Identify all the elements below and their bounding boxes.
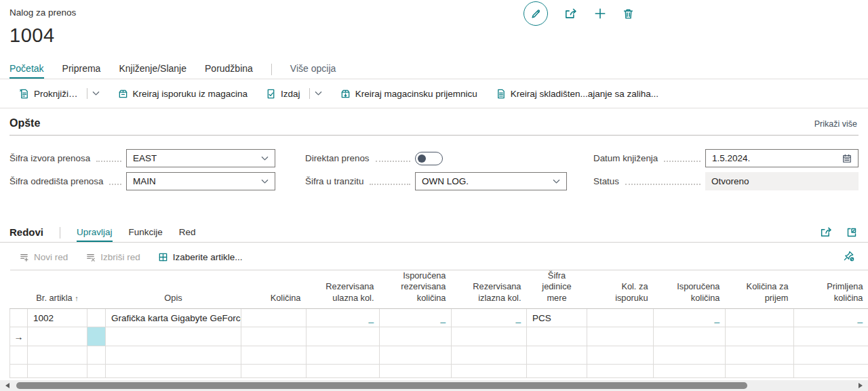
new-line-button[interactable]: Novi red — [19, 252, 68, 262]
qty-to-ship-cell[interactable] — [587, 365, 654, 378]
qty-to-ship-cell[interactable] — [587, 327, 654, 346]
delete-line-button[interactable]: Izbriši red — [85, 252, 140, 262]
reserved-inbnd-cell[interactable] — [307, 365, 380, 378]
lines-tab-funkcije[interactable]: Funkcije — [129, 227, 163, 242]
in-transit-combo[interactable]: OWN LOG. — [415, 172, 567, 190]
description-cell[interactable] — [106, 327, 241, 346]
show-more-link[interactable]: Prikaži više — [814, 119, 857, 129]
reserved-inbnd-cell[interactable] — [307, 346, 380, 365]
transfer-to-combo[interactable]: MAIN — [126, 172, 275, 190]
quantity-cell[interactable] — [241, 327, 307, 346]
qty-to-receive-cell[interactable] — [726, 346, 794, 365]
selected-cell[interactable] — [87, 327, 106, 346]
posting-date-input[interactable]: 1.5.2024. — [705, 149, 859, 167]
qty-shipped-cell[interactable] — [654, 365, 726, 378]
quantity-cell[interactable] — [241, 365, 307, 378]
chevron-down-icon[interactable] — [92, 91, 100, 96]
description-cell[interactable]: Grafička karta Gigabyte GeForce ... — [106, 309, 241, 327]
col-qty-to-receive[interactable]: Količina za prijem — [726, 270, 794, 309]
chevron-down-icon[interactable] — [315, 91, 322, 96]
tab-priprema[interactable]: Priprema — [62, 63, 101, 79]
reserved-outbnd-cell[interactable] — [452, 365, 527, 378]
item-no-cell[interactable] — [28, 346, 87, 365]
qty-to-receive-cell[interactable] — [726, 365, 794, 378]
indicator-cell[interactable] — [87, 309, 106, 327]
reserved-inbnd-cell[interactable] — [307, 327, 380, 346]
qty-shipped-cell[interactable] — [654, 346, 726, 365]
direct-transfer-toggle[interactable] — [415, 152, 443, 165]
row-selector-cell[interactable] — [10, 309, 28, 327]
col-qty-to-ship[interactable]: Kol. za isporuku — [587, 270, 654, 309]
calendar-icon[interactable] — [842, 154, 852, 163]
chevron-down-icon[interactable] — [261, 156, 269, 161]
reserved-outbnd-cell[interactable]: _ — [452, 309, 527, 327]
scroll-right-arrow[interactable] — [859, 383, 863, 388]
qty-to-ship-cell[interactable] — [587, 346, 654, 365]
col-reserved-qty-outbnd[interactable]: Rezervisana izlazna kol. — [452, 270, 527, 309]
new-button[interactable] — [594, 7, 606, 20]
delete-button[interactable] — [623, 8, 634, 20]
uom-cell[interactable] — [527, 365, 587, 378]
transfer-from-combo[interactable]: EAST — [126, 149, 275, 167]
unpin-button[interactable] — [843, 250, 854, 264]
col-description[interactable]: Opis — [106, 270, 241, 309]
quantity-cell[interactable] — [241, 309, 307, 327]
col-item-no[interactable]: Br. artikla ↑ — [28, 270, 87, 309]
indicator-cell[interactable] — [87, 346, 106, 365]
share-icon[interactable] — [820, 226, 833, 238]
lines-tab-upravljaj[interactable]: Upravljaj — [77, 227, 113, 242]
col-reserved-qty-inbnd[interactable]: Rezervisana ulazna kol. — [307, 270, 380, 309]
horizontal-scrollbar[interactable] — [0, 380, 868, 391]
row-selector-cell[interactable] — [10, 365, 28, 378]
item-no-cell[interactable] — [28, 327, 87, 346]
reserved-outbnd-cell[interactable] — [452, 346, 527, 365]
quantity-cell[interactable] — [241, 346, 307, 365]
qty-to-ship-cell[interactable] — [587, 309, 654, 327]
uom-cell[interactable] — [527, 327, 587, 346]
chevron-down-icon[interactable] — [553, 179, 560, 184]
reserved-outbnd-cell[interactable] — [452, 327, 527, 346]
post-button[interactable]: Proknjiži… — [19, 88, 100, 99]
tab-pocetak[interactable]: Početak — [9, 63, 44, 79]
chevron-down-icon[interactable] — [261, 179, 269, 184]
edit-button[interactable] — [524, 1, 548, 26]
scroll-left-arrow[interactable] — [5, 383, 9, 388]
select-items-button[interactable]: Izaberite artikle... — [158, 252, 243, 262]
row-selector-cell[interactable] — [10, 346, 28, 365]
qty-received-cell[interactable]: _ — [794, 309, 868, 327]
tab-porudzbina[interactable]: Porudžbina — [205, 63, 253, 79]
qty-to-receive-cell[interactable] — [726, 309, 794, 327]
create-warehouse-receipt-button[interactable]: Kreiraj magacinsku prijemnicu — [340, 89, 477, 99]
qty-received-cell[interactable] — [794, 365, 868, 378]
col-reserved-qty-shipped[interactable]: Isporučena rezervisana količina — [380, 270, 452, 309]
qty-to-receive-cell[interactable] — [726, 327, 794, 346]
col-unit-of-measure[interactable]: Šifra jedinice mere — [527, 270, 587, 309]
reserved-shipped-cell[interactable] — [380, 365, 452, 378]
share-button[interactable] — [564, 7, 578, 20]
uom-cell[interactable]: PCS — [527, 309, 587, 327]
tab-knjizenje-slanje[interactable]: Knjiženje/Slanje — [119, 63, 186, 79]
qty-received-cell[interactable] — [794, 346, 868, 365]
qty-received-cell[interactable] — [794, 327, 868, 346]
col-qty-shipped[interactable]: Isporučena količina — [654, 270, 726, 309]
reserved-shipped-cell[interactable]: _ — [380, 309, 452, 327]
lines-tab-red[interactable]: Red — [179, 227, 196, 242]
qty-shipped-cell[interactable] — [654, 327, 726, 346]
release-button[interactable]: Izdaj — [266, 88, 322, 99]
qty-shipped-cell[interactable]: _ — [654, 309, 726, 327]
create-warehouse-shipment-button[interactable]: Kreiraj isporuku iz magacina — [118, 89, 248, 99]
focus-mode-icon[interactable] — [846, 227, 857, 238]
description-cell[interactable] — [106, 346, 241, 365]
tab-more-options[interactable]: Više opcija — [290, 63, 336, 79]
uom-cell[interactable] — [527, 346, 587, 365]
description-cell[interactable] — [106, 365, 241, 378]
scrollbar-thumb[interactable] — [16, 382, 747, 389]
reserved-shipped-cell[interactable] — [380, 327, 452, 346]
create-inventory-putaway-button[interactable]: Kreiraj skladišten...ajanje sa zaliha... — [496, 89, 658, 99]
col-quantity[interactable]: Količina — [241, 270, 307, 309]
reserved-shipped-cell[interactable] — [380, 346, 452, 365]
item-no-cell[interactable] — [28, 365, 87, 378]
item-no-cell[interactable]: 1002 — [28, 309, 87, 327]
indicator-cell[interactable] — [87, 365, 106, 378]
col-qty-received[interactable]: Primljena količina — [794, 270, 868, 309]
